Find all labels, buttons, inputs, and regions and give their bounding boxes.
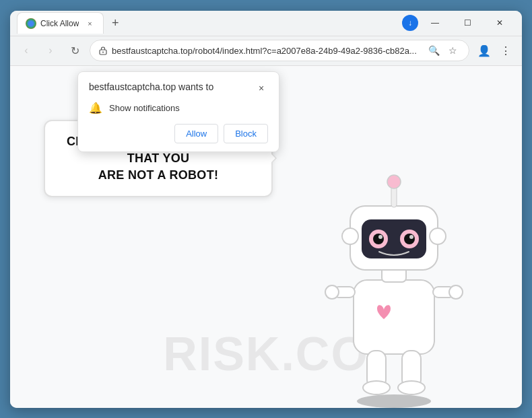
bell-icon: 🔔 [89,102,102,114]
profile-button[interactable]: 👤 [475,41,494,60]
svg-point-19 [404,234,415,244]
svg-point-2 [357,394,431,408]
notification-popup: bestfaustcaptcha.top wants to × 🔔 Show n… [77,71,279,152]
bookmark-btn[interactable]: ☆ [444,42,461,59]
svg-rect-3 [354,280,434,354]
allow-button[interactable]: Allow [174,124,218,143]
title-bar: Click Allow × + ↓ — ☐ ✕ [10,11,522,36]
block-button[interactable]: Block [224,124,268,143]
notification-label: Show notifications [109,103,180,113]
search-icon-btn[interactable]: 🔍 [426,42,442,59]
popup-notification-row: 🔔 Show notifications [89,102,268,114]
chrome-update-icon: ↓ [402,15,418,31]
forward-button[interactable]: › [41,41,60,60]
close-button[interactable]: ✕ [484,11,515,36]
browser-window: Click Allow × + ↓ — ☐ ✕ ‹ › ↻ bestfaustc… [10,11,522,408]
robot-svg [306,152,481,408]
popup-close-button[interactable]: × [255,81,268,95]
back-button[interactable]: ‹ [17,41,36,60]
new-tab-button[interactable]: + [106,14,124,32]
svg-point-10 [363,381,390,394]
url-actions: 🔍 ☆ [426,42,461,59]
svg-point-16 [373,234,384,244]
tab-bar: Click Allow × + [17,12,398,34]
window-controls: ↓ — ☐ ✕ [402,11,515,36]
tab-title: Click Allow [40,19,79,28]
maximize-button[interactable]: ☐ [452,11,483,36]
menu-button[interactable]: ⋮ [496,41,515,60]
popup-header: bestfaustcaptcha.top wants to × [89,81,268,95]
tab-favicon [26,18,36,29]
lock-icon [98,46,108,55]
popup-site-text: bestfaustcaptcha.top wants to [89,81,213,92]
svg-point-7 [449,285,463,299]
active-tab[interactable]: Click Allow × [17,12,104,34]
svg-point-20 [409,235,413,239]
toolbar-right: 👤 ⋮ [475,41,515,60]
svg-point-22 [387,175,401,188]
svg-point-5 [325,285,339,299]
robot-illustration [306,152,481,408]
minimize-button[interactable]: — [420,11,451,36]
svg-point-1 [102,52,104,53]
svg-point-11 [398,381,425,394]
svg-point-24 [430,228,446,244]
address-bar: ‹ › ↻ bestfaustcaptcha.top/robot4/index.… [10,36,522,66]
svg-point-17 [378,235,383,239]
popup-actions: Allow Block [89,124,268,143]
svg-point-23 [342,228,358,244]
page-content: bestfaustcaptcha.top wants to × 🔔 Show n… [10,66,522,408]
tab-close-button[interactable]: × [84,18,95,29]
reload-button[interactable]: ↻ [65,41,84,60]
url-text: bestfaustcaptcha.top/robot4/index.html?c… [112,46,422,56]
url-bar[interactable]: bestfaustcaptcha.top/robot4/index.html?c… [90,40,469,61]
